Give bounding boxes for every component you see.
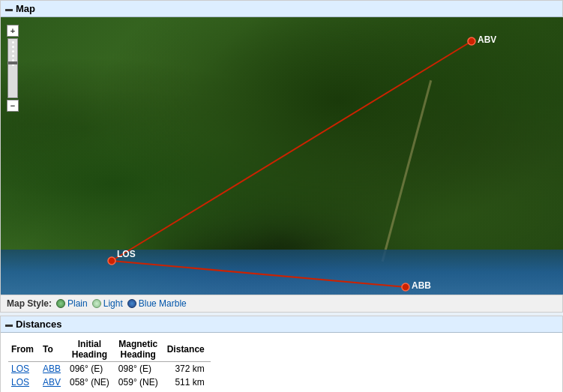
light-label: Light (103, 298, 123, 309)
row1-from[interactable]: LOS (8, 362, 40, 376)
row1-to[interactable]: ABB (40, 362, 67, 376)
bluemarble-label: Blue Marble (139, 298, 187, 309)
zoom-dot (12, 50, 14, 52)
point-los (108, 257, 115, 265)
zoom-slider[interactable] (7, 38, 18, 98)
zoom-in-button[interactable]: + (7, 25, 19, 37)
col-initial-heading: InitialHeading (67, 337, 115, 362)
map-title: Map (16, 3, 35, 14)
map-container[interactable]: LOS ABB ABV + − (1, 17, 563, 295)
map-style-plain[interactable]: Plain (56, 298, 88, 309)
row1-distance: 372 km (164, 362, 211, 376)
light-icon (92, 299, 101, 308)
map-style-bluemarble[interactable]: Blue Marble (127, 298, 187, 309)
label-abb: ABB (412, 280, 431, 291)
zoom-thumb (8, 61, 17, 64)
col-to: To (40, 337, 67, 362)
map-overlay-svg: LOS ABB ABV (1, 17, 563, 295)
plain-label: Plain (67, 298, 88, 309)
plain-icon (56, 299, 65, 308)
distances-section: ▬ Distances From To InitialHeading Magne… (0, 316, 563, 392)
route-line-los-abb (112, 261, 406, 287)
zoom-dot (12, 55, 14, 57)
row2-from[interactable]: LOS (8, 376, 40, 389)
point-abb (402, 283, 409, 291)
label-abv: ABV (478, 34, 496, 45)
row2-initial-heading: 058° (NE) (67, 376, 115, 389)
route-line-los-abv (112, 41, 472, 261)
map-style-bar: Map Style: Plain Light Blue Marble (1, 295, 562, 312)
zoom-dot (12, 41, 14, 43)
col-distance: Distance (164, 337, 211, 362)
map-section-header: ▬ Map (1, 1, 562, 17)
label-los: LOS (117, 249, 136, 259)
point-abv (468, 37, 475, 45)
distances-table: From To InitialHeading MagneticHeading D… (8, 337, 211, 389)
bluemarble-icon (127, 299, 136, 308)
table-row: LOS ABV 058° (NE) 059° (NE) 511 km (8, 376, 211, 389)
row2-to[interactable]: ABV (40, 376, 67, 389)
col-magnetic-heading: MagneticHeading (115, 337, 164, 362)
zoom-out-button[interactable]: − (7, 100, 19, 112)
map-style-label: Map Style: (7, 298, 52, 309)
row2-magnetic-heading: 059° (NE) (115, 376, 164, 389)
row1-magnetic-heading: 098° (E) (115, 362, 164, 376)
map-zoom-controls: + − (7, 25, 19, 112)
row1-initial-heading: 096° (E) (67, 362, 115, 376)
map-collapse-icon[interactable]: ▬ (5, 4, 13, 13)
zoom-dot (12, 46, 14, 48)
table-row: LOS ABB 096° (E) 098° (E) 372 km (8, 362, 211, 376)
map-style-light[interactable]: Light (92, 298, 123, 309)
distances-collapse-icon[interactable]: ▬ (5, 320, 13, 328)
row2-distance: 511 km (164, 376, 211, 389)
map-section: ▬ Map LOS ABB ABV + (0, 0, 563, 313)
distances-section-header: ▬ Distances (1, 316, 562, 333)
distances-title: Distances (16, 319, 61, 330)
col-from: From (8, 337, 40, 362)
